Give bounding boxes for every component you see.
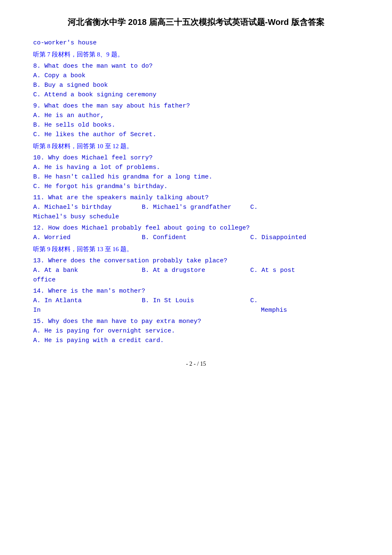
q11-options-row: A. Michael's birthday B. Michael's grand… [33, 204, 359, 211]
q10-option-c: C. He forgot his grandma's birthday. [33, 183, 359, 190]
q11-option-b: B. Michael's grandfather [142, 204, 251, 211]
q12-option-c: C. Disappointed [250, 234, 359, 241]
q14-option-c: C. [250, 297, 359, 304]
q13-options-row: A. At a bank B. At a drugstore C. At s p… [33, 267, 359, 274]
q14-option-c-text: In Memphis [33, 307, 359, 314]
q14-options-row: A. In Atlanta B. In St Louis C. [33, 297, 359, 304]
q15-option-b: A. He is paying with a credit card. [33, 337, 359, 344]
question-11: 11. What are the speakers mainly talking… [33, 194, 359, 201]
section-7-label: 听第 7 段材料，回答第 8、9 题。 [33, 51, 359, 59]
question-9: 9. What does the man say about his fathe… [33, 103, 359, 110]
section-8-label: 听第 8 段材料，回答第 10 至 12 题。 [33, 142, 359, 150]
q13-option-c-text: office [33, 276, 359, 284]
q15-option-a: A. He is paying for overnight service. [33, 328, 359, 335]
q14-option-b: B. In St Louis [142, 297, 251, 304]
q11-option-c: C. [250, 204, 359, 211]
q10-option-b: B. He hasn't called his grandma for a lo… [33, 174, 359, 181]
question-15: 15. Why does the man have to pay extra m… [33, 318, 359, 325]
q13-option-b: B. At a drugstore [142, 267, 251, 274]
question-14: 14. Where is the man's mother? [33, 288, 359, 295]
q14-option-a: A. In Atlanta [33, 297, 142, 304]
q9-option-b: B. He sells old books. [33, 122, 359, 129]
q10-option-a: A. He is having a lot of problems. [33, 164, 359, 171]
section-9-label: 听第 9 段材料，回答第 13 至 16 题。 [33, 245, 359, 253]
question-10: 10. Why does Michael feel sorry? [33, 154, 359, 161]
q13-option-a: A. At a bank [33, 267, 142, 274]
q9-option-a: A. He is an author, [33, 112, 359, 119]
q8-option-c: C. Attend a book signing ceremony [33, 91, 359, 98]
q12-option-b: B. Confident [142, 234, 251, 241]
page-footer: - 2 - / 15 [33, 361, 359, 367]
q11-option-c-text: Michael's busy schedule [33, 213, 359, 220]
q12-options-row: A. Worried B. Confident C. Disappointed [33, 234, 359, 241]
q8-option-b: B. Buy a signed book [33, 82, 359, 89]
q13-option-c: C. At s post [250, 267, 359, 274]
question-12: 12. How does Michael probably feel about… [33, 225, 359, 232]
q9-option-c: C. He likes the author of Secret. [33, 131, 359, 138]
question-8: 8. What does the man want to do? [33, 63, 359, 70]
intro-text: co-worker's house [33, 39, 359, 46]
q8-option-a: A. Copy a book [33, 72, 359, 79]
question-13: 13. Where does the conversation probably… [33, 257, 359, 264]
q12-option-a: A. Worried [33, 234, 142, 241]
page-title: 河北省衡水中学 2018 届高三十五次模拟考试英语试题-Word 版含答案 [33, 17, 359, 28]
q11-option-a: A. Michael's birthday [33, 204, 142, 211]
